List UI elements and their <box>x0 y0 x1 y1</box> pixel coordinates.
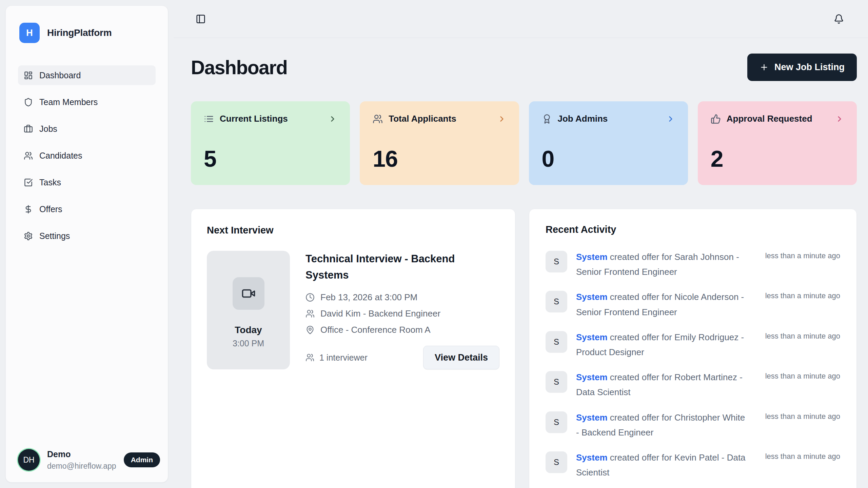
activity-timestamp: less than a minute ago <box>765 372 840 381</box>
activity-actor-link[interactable]: System <box>576 292 608 302</box>
award-icon <box>542 114 552 124</box>
brand: H HiringPlatform <box>19 23 154 43</box>
content: Dashboard New Job Listing Current Listin… <box>174 54 868 488</box>
gear-icon <box>24 231 33 241</box>
interviewer-count: 1 interviewer <box>305 353 368 363</box>
dashboard-icon <box>24 71 33 80</box>
activity-avatar: S <box>546 291 567 312</box>
clock-icon <box>305 293 315 302</box>
sidebar-nav: Dashboard Team Members Jobs Candidates T… <box>18 65 156 246</box>
sidebar-item-label: Jobs <box>39 124 57 134</box>
activity-text: System created offer for Christopher Whi… <box>576 410 746 440</box>
interview-date-tile: Today 3:00 PM <box>207 251 290 369</box>
chevron-right-icon <box>666 115 675 123</box>
brand-name: HiringPlatform <box>47 27 112 38</box>
page-header: Dashboard New Job Listing <box>191 54 857 81</box>
interview-details: Technical Interview - Backend Systems Fe… <box>305 251 499 369</box>
stat-value: 2 <box>711 147 844 170</box>
sidebar-toggle-button[interactable] <box>193 12 208 26</box>
activity-actor-link[interactable]: System <box>576 252 608 262</box>
activity-text: System created offer for Sarah Johnson -… <box>576 249 746 279</box>
users-icon <box>24 151 33 160</box>
stat-card-approval-requested[interactable]: Approval Requested 2 <box>698 101 857 185</box>
interview-datetime: Feb 13, 2026 at 3:00 PM <box>320 292 417 303</box>
interview-person-row: David Kim - Backend Engineer <box>305 308 499 319</box>
interviewer-count-label: 1 interviewer <box>319 353 368 363</box>
sidebar-item-jobs[interactable]: Jobs <box>18 119 156 139</box>
user-profile[interactable]: DH Demo demo@hireflow.app Admin <box>18 449 156 471</box>
activity-avatar: S <box>546 331 567 353</box>
thumbs-up-icon <box>711 114 721 124</box>
recent-activity-title: Recent Activity <box>546 224 840 235</box>
activity-avatar: S <box>546 451 567 473</box>
new-job-listing-button[interactable]: New Job Listing <box>747 54 857 81</box>
sidebar-item-settings[interactable]: Settings <box>18 226 156 246</box>
notifications-button[interactable] <box>831 12 846 26</box>
panels-row: Next Interview Today 3:00 PM Technical I… <box>191 209 857 488</box>
interview-location: Office - Conference Room A <box>320 325 431 335</box>
next-interview-body: Today 3:00 PM Technical Interview - Back… <box>207 251 499 369</box>
activity-avatar: S <box>546 251 567 272</box>
sidebar-item-label: Tasks <box>39 178 61 187</box>
stat-value: 0 <box>542 147 675 170</box>
activity-item: S System created offer for Kevin Patel -… <box>546 451 840 480</box>
activity-item: S System created offer for Nicole Anders… <box>546 291 840 319</box>
sidebar-item-label: Team Members <box>39 97 98 107</box>
activity-item: S System created offer for Sarah Johnson… <box>546 251 840 279</box>
next-interview-title: Next Interview <box>207 225 499 236</box>
chevron-right-icon <box>328 115 337 123</box>
stat-card-current-listings[interactable]: Current Listings 5 <box>191 101 350 185</box>
activity-timestamp: less than a minute ago <box>765 452 840 461</box>
sidebar-item-label: Dashboard <box>39 70 81 80</box>
interview-footer: 1 interviewer View Details <box>305 346 499 369</box>
stat-card-total-applicants[interactable]: Total Applicants 16 <box>360 101 519 185</box>
role-badge: Admin <box>124 452 160 467</box>
sidebar-item-offers[interactable]: Offers <box>18 199 156 219</box>
interview-meta: Feb 13, 2026 at 3:00 PM David Kim - Back… <box>305 292 499 335</box>
activity-actor-link[interactable]: System <box>576 412 608 423</box>
activity-list: S System created offer for Sarah Johnson… <box>546 251 840 480</box>
activity-actor-link[interactable]: System <box>576 332 608 342</box>
dollar-icon <box>24 205 33 214</box>
interview-datetime-row: Feb 13, 2026 at 3:00 PM <box>305 292 499 303</box>
stat-card-header: Current Listings <box>204 114 337 124</box>
briefcase-icon <box>24 124 33 134</box>
activity-avatar: S <box>546 411 567 433</box>
interview-day: Today <box>235 325 262 336</box>
stat-card-job-admins[interactable]: Job Admins 0 <box>529 101 688 185</box>
map-pin-icon <box>305 325 315 334</box>
interview-time: 3:00 PM <box>233 339 264 348</box>
activity-timestamp: less than a minute ago <box>765 412 840 421</box>
sidebar-item-label: Candidates <box>39 151 82 161</box>
next-interview-card: Next Interview Today 3:00 PM Technical I… <box>191 209 515 488</box>
activity-actor-link[interactable]: System <box>576 372 608 382</box>
sidebar-item-candidates[interactable]: Candidates <box>18 146 156 165</box>
activity-actor-link[interactable]: System <box>576 452 608 463</box>
interview-location-row: Office - Conference Room A <box>305 325 499 335</box>
sidebar-item-label: Settings <box>39 231 70 241</box>
view-details-button[interactable]: View Details <box>423 346 499 369</box>
new-job-listing-label: New Job Listing <box>774 62 845 73</box>
plus-icon <box>760 63 769 72</box>
video-icon <box>241 286 256 301</box>
bell-icon <box>834 14 844 24</box>
user-email: demo@hireflow.app <box>47 462 116 471</box>
user-meta: Demo demo@hireflow.app <box>47 449 116 471</box>
topbar <box>174 0 868 38</box>
sidebar-item-dashboard[interactable]: Dashboard <box>18 65 156 85</box>
stat-label: Total Applicants <box>389 114 456 124</box>
stat-label: Approval Requested <box>727 114 812 124</box>
activity-text: System created offer for Kevin Patel - D… <box>576 450 746 480</box>
activity-text: System created offer for Emily Rodriguez… <box>576 330 746 360</box>
activity-timestamp: less than a minute ago <box>765 291 840 300</box>
sidebar-item-team-members[interactable]: Team Members <box>18 92 156 112</box>
page-title: Dashboard <box>191 56 287 79</box>
users-icon <box>373 114 383 124</box>
sidebar-item-tasks[interactable]: Tasks <box>18 172 156 192</box>
interview-title: Technical Interview - Backend Systems <box>305 251 475 283</box>
activity-avatar: S <box>546 371 567 393</box>
shield-icon <box>24 98 33 107</box>
interview-person: David Kim - Backend Engineer <box>320 308 440 319</box>
stat-label: Current Listings <box>220 114 288 124</box>
stat-card-header: Total Applicants <box>373 114 506 124</box>
